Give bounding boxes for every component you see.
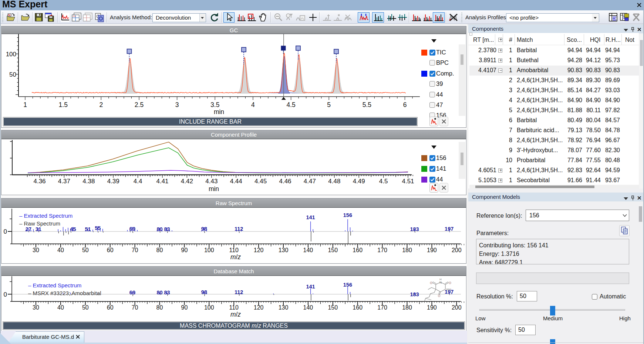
svg-text:2.5: 2.5 [135, 101, 144, 108]
svg-text:156: 156 [343, 282, 352, 288]
svg-text:m/z: m/z [230, 311, 241, 318]
svg-text:6: 6 [403, 101, 407, 108]
svg-text:120: 120 [254, 304, 264, 311]
svg-text:m/z: m/z [230, 253, 241, 261]
svg-text:197: 197 [445, 226, 454, 232]
svg-text:4.5: 4.5 [379, 178, 388, 185]
svg-text:69: 69 [129, 290, 135, 295]
svg-text:100: 100 [6, 51, 16, 58]
svg-text:4.49: 4.49 [353, 178, 365, 185]
svg-text:0: 0 [4, 291, 7, 298]
svg-text:4.4: 4.4 [134, 178, 142, 185]
svg-text:O: O [438, 294, 441, 298]
svg-text:98: 98 [201, 289, 207, 295]
svg-text:80: 80 [156, 290, 162, 295]
svg-text:112: 112 [235, 289, 243, 295]
svg-text:4.51: 4.51 [402, 178, 414, 185]
svg-text:N: N [439, 281, 442, 284]
svg-text:150: 150 [328, 247, 338, 253]
svg-text:141: 141 [306, 214, 315, 220]
svg-text:40: 40 [57, 304, 64, 311]
svg-text:183: 183 [410, 226, 419, 232]
svg-text:100: 100 [204, 247, 214, 253]
svg-text:55: 55 [95, 225, 101, 231]
svg-text:5: 5 [327, 101, 331, 108]
svg-text:90: 90 [181, 304, 188, 311]
svg-text:50: 50 [82, 247, 89, 253]
svg-text:160: 160 [353, 304, 363, 311]
svg-text:30: 30 [33, 304, 39, 311]
svg-text:2: 2 [99, 101, 103, 108]
svg-text:183: 183 [410, 291, 419, 297]
svg-text:50: 50 [82, 304, 89, 311]
svg-text:200: 200 [452, 247, 462, 253]
svg-text:170: 170 [377, 247, 387, 253]
svg-text:140: 140 [303, 247, 313, 253]
svg-text:60: 60 [107, 247, 114, 253]
svg-text:4.36: 4.36 [33, 178, 45, 185]
svg-text:69: 69 [129, 226, 135, 232]
svg-text:150: 150 [328, 304, 338, 311]
svg-text:45: 45 [70, 226, 76, 232]
svg-text:120: 120 [254, 247, 264, 253]
svg-text:51: 51 [85, 226, 91, 232]
svg-text:80: 80 [156, 247, 163, 253]
svg-text:27: 27 [26, 226, 31, 232]
svg-text:1: 1 [23, 101, 27, 108]
svg-text:3: 3 [175, 101, 179, 108]
svg-text:70: 70 [132, 247, 138, 253]
svg-text:4.38: 4.38 [82, 178, 95, 185]
svg-text:O: O [430, 281, 432, 285]
svg-text:112: 112 [235, 226, 243, 232]
svg-text:90: 90 [181, 247, 188, 253]
svg-text:4.46: 4.46 [279, 178, 291, 185]
svg-text:4.41: 4.41 [156, 178, 168, 185]
svg-text:160: 160 [353, 247, 363, 253]
svg-text:min: min [214, 108, 224, 116]
svg-text:180: 180 [402, 304, 412, 311]
svg-text:31: 31 [36, 226, 41, 232]
svg-text:4.44: 4.44 [230, 178, 242, 185]
svg-text:141: 141 [306, 284, 315, 290]
svg-text:98: 98 [201, 226, 207, 232]
svg-text:60: 60 [107, 304, 114, 311]
svg-text:4.47: 4.47 [304, 178, 316, 185]
svg-text:130: 130 [279, 304, 289, 311]
svg-text:200: 200 [452, 304, 462, 311]
svg-text:4.5: 4.5 [286, 101, 295, 108]
svg-text:83: 83 [164, 226, 170, 232]
svg-text:min: min [209, 185, 219, 193]
svg-text:4.37: 4.37 [58, 178, 70, 185]
svg-text:110: 110 [229, 304, 239, 311]
svg-text:5.5: 5.5 [363, 101, 371, 108]
svg-text:1.5: 1.5 [59, 101, 68, 108]
svg-text:3.5: 3.5 [210, 101, 219, 108]
svg-text:4.48: 4.48 [328, 178, 340, 185]
svg-text:30: 30 [33, 247, 39, 253]
svg-text:100: 100 [204, 304, 214, 311]
svg-text:H: H [439, 278, 441, 281]
svg-text:110: 110 [229, 247, 239, 253]
svg-text:190: 190 [427, 247, 437, 253]
svg-text:4: 4 [251, 101, 255, 108]
svg-text:80: 80 [156, 304, 163, 311]
svg-text:40: 40 [57, 247, 64, 253]
svg-text:NH: NH [446, 288, 451, 291]
svg-text:O: O [449, 281, 451, 285]
svg-text:130: 130 [279, 247, 289, 253]
svg-text:170: 170 [377, 304, 387, 311]
svg-text:156: 156 [343, 212, 352, 218]
svg-text:190: 190 [427, 304, 437, 311]
svg-text:4.39: 4.39 [107, 178, 119, 185]
svg-text:83: 83 [164, 290, 170, 295]
svg-text:180: 180 [402, 247, 412, 253]
svg-text:0: 0 [4, 228, 7, 235]
svg-text:4.45: 4.45 [254, 178, 267, 185]
svg-text:80: 80 [156, 226, 162, 232]
svg-text:140: 140 [303, 304, 313, 311]
svg-text:70: 70 [132, 304, 138, 311]
svg-text:4.42: 4.42 [181, 178, 193, 185]
svg-text:50: 50 [9, 71, 16, 78]
svg-text:4.43: 4.43 [205, 178, 218, 185]
